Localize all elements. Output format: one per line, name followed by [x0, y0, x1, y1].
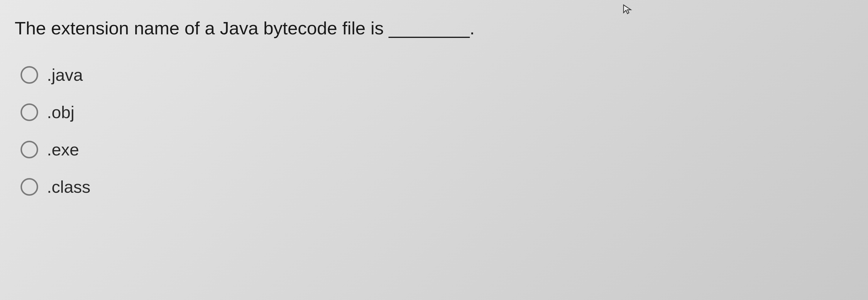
option-java[interactable]: .java: [21, 65, 853, 85]
radio-icon[interactable]: [21, 66, 38, 84]
option-label: .exe: [47, 140, 79, 159]
option-class[interactable]: .class: [21, 177, 853, 197]
options-group: .java .obj .exe .class: [15, 65, 853, 197]
radio-icon[interactable]: [21, 103, 38, 121]
radio-icon[interactable]: [21, 141, 38, 158]
option-label: .obj: [47, 102, 74, 122]
radio-icon[interactable]: [21, 178, 38, 196]
option-obj[interactable]: .obj: [21, 102, 853, 122]
option-label: .java: [47, 65, 83, 85]
option-exe[interactable]: .exe: [21, 140, 853, 159]
question-text: The extension name of a Java bytecode fi…: [15, 18, 853, 38]
option-label: .class: [47, 177, 90, 197]
cursor-icon: [622, 3, 633, 15]
